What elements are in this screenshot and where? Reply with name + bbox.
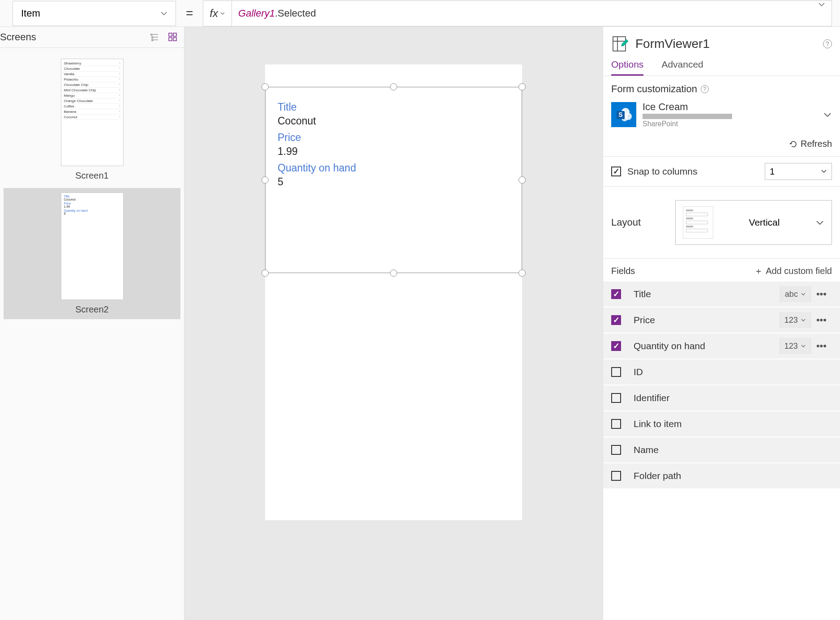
field-name: ID xyxy=(634,367,832,377)
chevron-down-icon xyxy=(160,10,167,17)
svg-rect-6 xyxy=(169,33,172,36)
more-icon[interactable]: ••• xyxy=(811,314,832,326)
formula-ref: Gallery1 xyxy=(238,8,275,19)
field-name: Name xyxy=(634,445,832,455)
checkbox-icon[interactable] xyxy=(611,167,621,176)
field-row[interactable]: Link to item xyxy=(603,411,840,437)
help-icon[interactable]: ? xyxy=(823,39,832,48)
checkbox-icon[interactable] xyxy=(611,341,621,351)
more-icon[interactable]: ••• xyxy=(811,288,832,300)
device-frame: TitleCoconutPrice1.99Quantity on hand5 xyxy=(265,64,522,520)
screen-thumb-1[interactable]: Strawberry›Chocolate›Vanilla›Pistachio›C… xyxy=(4,54,180,185)
columns-select[interactable]: 1 xyxy=(765,163,832,180)
datasource-type: SharePoint xyxy=(643,120,817,128)
field-name: Identifier xyxy=(634,393,832,403)
fields-title: Fields xyxy=(611,266,635,276)
tab-options[interactable]: Options xyxy=(611,59,643,76)
field-row[interactable]: Price123 ••• xyxy=(603,308,840,334)
svg-rect-4 xyxy=(152,39,153,41)
field-value: Coconut xyxy=(278,115,510,127)
add-custom-field-button[interactable]: ＋ Add custom field xyxy=(754,265,832,277)
svg-rect-0 xyxy=(151,34,152,35)
tab-advanced[interactable]: Advanced xyxy=(661,59,703,76)
screen-label: Screen2 xyxy=(4,304,180,315)
datasource-name: Ice Cream xyxy=(643,101,817,113)
screen-thumb-2[interactable]: TitleCoconut Price1.99 Quantity on hand5… xyxy=(4,188,180,319)
field-value: 5 xyxy=(278,176,510,188)
form-icon xyxy=(611,35,629,53)
field-row[interactable]: Name xyxy=(603,437,840,463)
refresh-icon xyxy=(789,140,798,149)
field-value: 1.99 xyxy=(278,145,510,158)
property-dropdown[interactable]: Item xyxy=(13,1,176,26)
datasource-user xyxy=(643,114,732,119)
checkbox-icon[interactable] xyxy=(611,445,621,455)
screens-panel: Screens Strawberry›Chocolate›Vanilla›Pis… xyxy=(0,27,184,620)
layout-label: Layout xyxy=(611,217,641,228)
properties-panel: FormViewer1 ? Options Advanced Form cust… xyxy=(603,27,840,620)
checkbox-icon[interactable] xyxy=(611,367,621,377)
control-name: FormViewer1 xyxy=(635,37,710,51)
field-row[interactable]: Folder path xyxy=(603,463,840,489)
refresh-button[interactable]: Refresh xyxy=(611,128,832,149)
field-label: Title xyxy=(278,101,510,113)
more-icon[interactable]: ••• xyxy=(811,340,832,352)
chevron-down-icon xyxy=(815,218,824,227)
tree-view-icon[interactable] xyxy=(150,32,160,42)
customization-heading: Form customization ? xyxy=(611,83,832,95)
field-row[interactable]: Identifier xyxy=(603,385,840,411)
svg-rect-7 xyxy=(173,33,176,36)
datasource-row[interactable]: S Ice Cream SharePoint xyxy=(611,101,832,128)
svg-rect-2 xyxy=(152,37,153,38)
field-name: Folder path xyxy=(634,470,832,481)
field-type-select[interactable]: 123 xyxy=(780,338,811,354)
info-icon[interactable]: ? xyxy=(701,85,709,93)
field-label: Price xyxy=(278,132,510,144)
sharepoint-icon: S xyxy=(611,102,636,127)
field-row[interactable]: Quantity on hand123 ••• xyxy=(603,334,840,359)
property-name: Item xyxy=(21,8,40,19)
field-type-select[interactable]: abc xyxy=(780,286,811,302)
form-selection[interactable]: TitleCoconutPrice1.99Quantity on hand5 xyxy=(259,81,528,279)
expand-formula-icon[interactable] xyxy=(812,1,831,26)
field-type-select[interactable]: 123 xyxy=(780,312,811,328)
screens-title: Screens xyxy=(0,31,36,43)
checkbox-icon[interactable] xyxy=(611,289,621,299)
checkbox-icon[interactable] xyxy=(611,393,621,403)
svg-text:S: S xyxy=(618,111,622,118)
field-name: Title xyxy=(634,289,780,299)
field-label: Quantity on hand xyxy=(278,162,510,174)
chevron-down-icon xyxy=(821,168,827,175)
canvas[interactable]: TitleCoconutPrice1.99Quantity on hand5 xyxy=(184,27,603,620)
field-name: Link to item xyxy=(634,419,832,429)
svg-rect-8 xyxy=(169,38,172,41)
equals-sign: = xyxy=(186,6,193,21)
field-row[interactable]: ID xyxy=(603,359,840,385)
formula-bar: Item = fx Gallery1.Selected xyxy=(0,0,840,27)
plus-icon: ＋ xyxy=(754,265,763,277)
chevron-down-icon[interactable] xyxy=(823,110,832,119)
svg-rect-9 xyxy=(173,38,176,41)
field-row[interactable]: Titleabc ••• xyxy=(603,282,840,308)
field-name: Price xyxy=(634,315,780,325)
thumbnail-view-icon[interactable] xyxy=(168,32,178,42)
fx-label[interactable]: fx xyxy=(203,1,232,26)
layout-select[interactable]: Vertical xyxy=(675,200,832,245)
chevron-down-icon xyxy=(220,11,225,16)
layout-thumb-icon xyxy=(683,206,713,239)
field-name: Quantity on hand xyxy=(634,341,780,351)
snap-to-columns[interactable]: Snap to columns xyxy=(611,166,697,177)
checkbox-icon[interactable] xyxy=(611,315,621,325)
checkbox-icon[interactable] xyxy=(611,471,621,481)
checkbox-icon[interactable] xyxy=(611,419,621,429)
formula-prop: .Selected xyxy=(275,8,316,19)
screen-label: Screen1 xyxy=(4,171,180,181)
formula-input[interactable]: Gallery1.Selected xyxy=(232,1,812,26)
